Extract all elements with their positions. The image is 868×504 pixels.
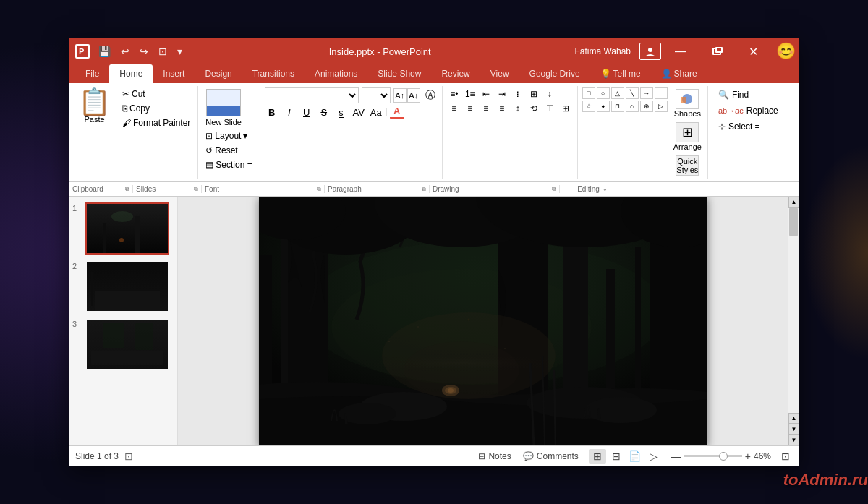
shape-btn-7[interactable]: ☆	[582, 101, 595, 112]
tab-view[interactable]: View	[480, 64, 519, 83]
save-button[interactable]: 💾	[95, 44, 114, 59]
tab-share[interactable]: 👤 Share	[651, 64, 707, 83]
slideshow-button[interactable]: ▷	[645, 449, 663, 464]
slide-thumb-1[interactable]	[85, 202, 169, 255]
zoom-minus-icon[interactable]: —	[671, 450, 681, 462]
zoom-slider-thumb[interactable]	[719, 452, 728, 461]
smart-art-button[interactable]: ⊞	[527, 87, 541, 101]
tab-design[interactable]: Design	[195, 64, 242, 83]
copy-button[interactable]: ⎘ Copy	[119, 102, 193, 115]
char-spacing-button[interactable]: AV	[352, 105, 366, 119]
paragraph-options-button[interactable]: ↕	[542, 87, 557, 101]
clear-format-button[interactable]: Ⓐ	[423, 88, 438, 103]
align-left-button[interactable]: ≡	[447, 102, 461, 115]
slide-thumb-3[interactable]	[85, 318, 169, 370]
zoom-plus-icon[interactable]: +	[745, 450, 751, 462]
minimize-button[interactable]: —	[664, 38, 697, 64]
arrange-button[interactable]: ⊞ Arrange	[672, 121, 703, 153]
shape-btn-5[interactable]: →	[640, 87, 653, 99]
columns-button[interactable]: ⫶	[511, 87, 525, 101]
zoom-slider[interactable]	[684, 455, 742, 457]
slide-item-3[interactable]: 3	[72, 318, 174, 370]
underline-button[interactable]: U	[299, 105, 314, 119]
increase-font-size-button[interactable]: A↑	[393, 88, 407, 103]
text-shadow-button[interactable]: s̲	[334, 105, 349, 119]
line-spacing-button[interactable]: ↕	[511, 102, 525, 115]
drawing-expand-icon[interactable]: ⧉	[552, 186, 556, 193]
new-slide-button[interactable]: New Slide	[203, 87, 244, 128]
paragraph-expand-icon[interactable]: ⧉	[422, 186, 426, 193]
find-button[interactable]: 🔍 Find	[714, 87, 783, 102]
scroll-up-button[interactable]: ▲	[788, 197, 799, 208]
convert-smartart-button[interactable]: ⊞	[558, 102, 573, 115]
numbering-button[interactable]: 1≡	[463, 87, 477, 101]
shape-btn-12[interactable]: ▷	[655, 101, 668, 112]
increase-indent-button[interactable]: ⇥	[495, 87, 509, 101]
cut-button[interactable]: ✂ Cut	[119, 87, 193, 101]
reset-button[interactable]: ↺ Reset	[203, 144, 240, 157]
strikethrough-button[interactable]: S	[317, 105, 331, 119]
shape-btn-2[interactable]: ○	[597, 87, 610, 99]
layout-button[interactable]: ⊡ Layout ▾	[203, 129, 250, 142]
undo-button[interactable]: ↩	[118, 44, 132, 59]
scroll-down-button[interactable]: ▼	[788, 435, 799, 445]
fit-slide-button[interactable]: ⊡	[778, 449, 793, 464]
slide-thumb-2[interactable]	[85, 260, 169, 312]
tab-animations[interactable]: Animations	[305, 64, 367, 83]
bullets-button[interactable]: ≡•	[447, 87, 461, 101]
tab-transitions[interactable]: Transitions	[242, 64, 305, 83]
tab-file[interactable]: File	[75, 64, 109, 83]
restore-button[interactable]	[700, 38, 733, 64]
scroll-track[interactable]	[788, 208, 799, 413]
slide-panel[interactable]: 1 2	[69, 197, 178, 445]
shape-btn-9[interactable]: ⊓	[611, 101, 624, 112]
tab-tellme[interactable]: 💡 Tell me	[590, 64, 651, 83]
shapes-button[interactable]: Shapes	[672, 87, 703, 119]
slide-sorter-button[interactable]: ⊟	[608, 449, 625, 464]
format-painter-button[interactable]: 🖌 Format Painter	[119, 116, 193, 129]
shape-btn-8[interactable]: ♦	[597, 101, 610, 112]
tab-home[interactable]: Home	[109, 64, 153, 83]
notes-button[interactable]: ⊟ Notes	[474, 450, 515, 463]
normal-view-button[interactable]: ⊞	[589, 449, 606, 464]
scroll-page-down-button[interactable]: ▼	[788, 424, 799, 435]
select-button[interactable]: ⊹ Select =	[714, 119, 783, 134]
slide-canvas[interactable]	[259, 197, 707, 445]
font-size-select[interactable]	[362, 87, 391, 103]
change-case-button[interactable]: Aa	[369, 105, 383, 119]
decrease-font-size-button[interactable]: A↓	[407, 88, 420, 103]
redo-button[interactable]: ↪	[137, 44, 151, 59]
scroll-thumb[interactable]	[789, 208, 798, 236]
slide-item-1[interactable]: 1	[72, 202, 174, 255]
decrease-indent-button[interactable]: ⇤	[479, 87, 493, 101]
shape-btn-11[interactable]: ⊕	[640, 101, 653, 112]
replace-button[interactable]: ab→ac Replace	[714, 103, 783, 118]
align-text-button[interactable]: ⊤	[542, 102, 557, 115]
paste-button[interactable]: 📋 Paste	[74, 87, 115, 125]
section-button[interactable]: ▤ Section =	[203, 158, 255, 171]
editing-expand-icon[interactable]: ⌄	[603, 186, 608, 192]
shape-btn-6[interactable]: ⋯	[655, 87, 668, 99]
comments-button[interactable]: 💬 Comments	[519, 450, 583, 463]
tab-slideshow[interactable]: Slide Show	[367, 64, 431, 83]
align-center-button[interactable]: ≡	[463, 102, 477, 115]
reading-view-button[interactable]: 📄	[626, 449, 644, 464]
tab-review[interactable]: Review	[431, 64, 480, 83]
text-direction-button[interactable]: ⟲	[527, 102, 541, 115]
shape-btn-10[interactable]: ⌂	[626, 101, 639, 112]
align-justify-button[interactable]: ≡	[495, 102, 509, 115]
tab-googledrive[interactable]: Google Drive	[519, 64, 590, 83]
scroll-bar[interactable]: ▲ ▲ ▼ ▼	[788, 197, 799, 445]
present-button[interactable]: ⊡	[156, 44, 170, 59]
shape-btn-4[interactable]: ╲	[626, 87, 639, 99]
align-right-button[interactable]: ≡	[479, 102, 493, 115]
tab-insert[interactable]: Insert	[153, 64, 195, 83]
slide-item-2[interactable]: 2	[72, 260, 174, 312]
emoji-button[interactable]: 😊	[773, 38, 799, 64]
quick-styles-button[interactable]: Quick Styles	[672, 154, 703, 177]
scroll-page-up-button[interactable]: ▲	[788, 413, 799, 424]
clipboard-expand-icon[interactable]: ⧉	[125, 186, 129, 193]
shape-btn-1[interactable]: □	[582, 87, 595, 99]
close-button[interactable]: ✕	[736, 38, 770, 64]
bold-button[interactable]: B	[265, 105, 279, 119]
